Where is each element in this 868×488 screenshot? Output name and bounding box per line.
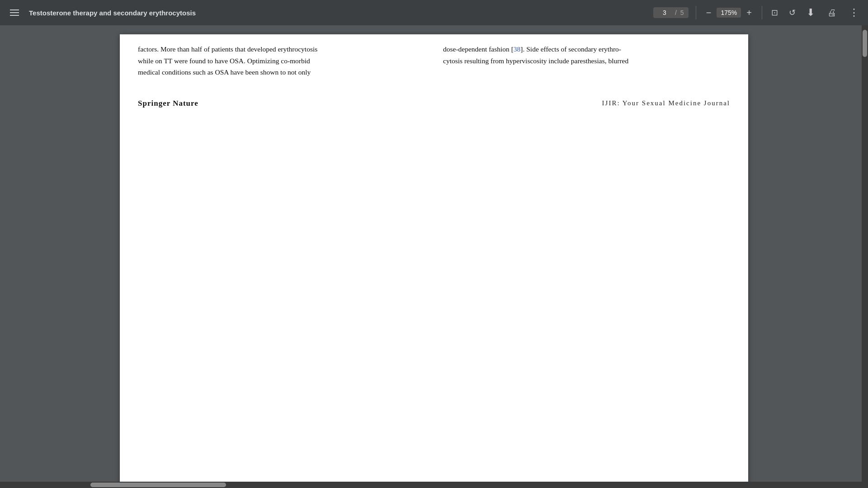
- pdf-page-3: factors. More than half of patients that…: [120, 34, 748, 488]
- page-number-input[interactable]: [658, 9, 671, 16]
- left-text: factors. More than half of patients that…: [138, 43, 425, 78]
- page-separator: /: [675, 9, 677, 16]
- left-line2: while on TT were found to have OSA. Opti…: [138, 57, 310, 65]
- right-line2: cytosis resulting from hyperviscosity in…: [443, 57, 628, 65]
- ijir-label: IJIR: Your Sexual Medicine Journal: [602, 99, 730, 107]
- left-column: factors. More than half of patients that…: [138, 43, 425, 78]
- zoom-controls: − 175% +: [703, 7, 755, 19]
- toolbar-right-actions: ⬇ 🖨 ⋮: [805, 5, 861, 20]
- scroll-thumb[interactable]: [863, 30, 867, 57]
- horizontal-scroll-thumb[interactable]: [90, 483, 226, 487]
- vertical-scrollbar[interactable]: [862, 25, 868, 488]
- fit-page-button[interactable]: ⊡: [769, 6, 780, 19]
- left-line1: factors. More than half of patients that…: [138, 45, 317, 53]
- right-text: dose-dependent fashion [38]. Side effect…: [443, 43, 730, 66]
- zoom-out-button[interactable]: −: [703, 7, 714, 19]
- zoom-level[interactable]: 175%: [717, 8, 741, 18]
- toolbar: Testosterone therapy and secondary eryth…: [0, 0, 868, 25]
- pdf-viewer[interactable]: factors. More than half of patients that…: [0, 25, 868, 488]
- page-total: 5: [680, 9, 684, 16]
- page-navigation: / 5: [653, 7, 689, 18]
- zoom-in-button[interactable]: +: [744, 7, 755, 19]
- page-footer: Springer Nature IJIR: Your Sexual Medici…: [120, 92, 748, 115]
- left-line3: medical conditions such as OSA have been…: [138, 68, 311, 76]
- print-button[interactable]: 🖨: [826, 6, 838, 20]
- divider-2: [762, 6, 762, 19]
- right-column: dose-dependent fashion [38]. Side effect…: [443, 43, 730, 78]
- page-top-content: factors. More than half of patients that…: [120, 34, 748, 78]
- divider-1: [696, 6, 696, 19]
- rotate-button[interactable]: ↺: [787, 6, 797, 19]
- horizontal-scrollbar[interactable]: [0, 482, 868, 488]
- menu-button[interactable]: [7, 7, 22, 19]
- more-options-button[interactable]: ⋮: [847, 5, 861, 20]
- document-title: Testosterone therapy and secondary eryth…: [29, 9, 646, 17]
- springer-nature-logo: Springer Nature: [138, 99, 198, 108]
- download-button[interactable]: ⬇: [805, 5, 816, 20]
- right-line1: dose-dependent fashion [38]. Side effect…: [443, 45, 621, 53]
